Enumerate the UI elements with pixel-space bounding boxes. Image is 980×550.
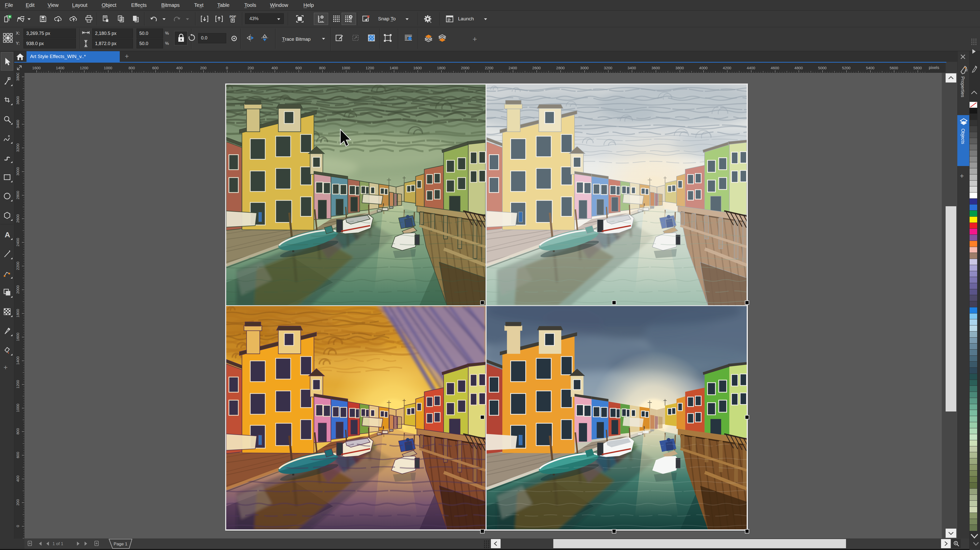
svg-text:400: 400 <box>16 475 20 482</box>
svg-text:3200: 3200 <box>16 143 20 152</box>
svg-text:1600: 1600 <box>16 332 20 341</box>
svg-text:2600: 2600 <box>532 66 541 70</box>
svg-text:1800: 1800 <box>16 309 20 317</box>
svg-text:4800: 4800 <box>794 66 803 70</box>
svg-text:2400: 2400 <box>16 238 20 246</box>
svg-text:2800: 2800 <box>16 191 20 199</box>
svg-text:5200: 5200 <box>842 66 850 70</box>
svg-text:400: 400 <box>271 66 278 70</box>
svg-text:200: 200 <box>247 66 254 70</box>
svg-text:1000: 1000 <box>342 66 350 70</box>
svg-text:3200: 3200 <box>604 66 612 70</box>
svg-text:3400: 3400 <box>16 120 20 128</box>
svg-text:5400: 5400 <box>866 66 874 70</box>
svg-text:4200: 4200 <box>723 66 731 70</box>
svg-text:3600: 3600 <box>651 66 660 70</box>
svg-text:800: 800 <box>319 66 325 70</box>
svg-text:600: 600 <box>16 452 20 458</box>
svg-text:800: 800 <box>16 428 20 434</box>
svg-text:1600: 1600 <box>32 66 40 70</box>
svg-text:2200: 2200 <box>16 262 20 270</box>
svg-text:A: A <box>5 230 10 239</box>
svg-text:5600: 5600 <box>889 66 898 70</box>
svg-text:4400: 4400 <box>747 66 755 70</box>
svg-text:2200: 2200 <box>485 66 493 70</box>
svg-text:3000: 3000 <box>580 66 589 70</box>
svg-text:0: 0 <box>16 525 20 527</box>
svg-text:1000: 1000 <box>16 404 20 412</box>
svg-text:1400: 1400 <box>56 66 64 70</box>
svg-text:4600: 4600 <box>771 66 779 70</box>
svg-text:3000: 3000 <box>16 167 20 175</box>
svg-text:2600: 2600 <box>16 214 20 223</box>
svg-text:5800: 5800 <box>913 66 922 70</box>
svg-text:1400: 1400 <box>390 66 398 70</box>
svg-text:5000: 5000 <box>818 66 826 70</box>
svg-text:3800: 3800 <box>675 66 684 70</box>
svg-text:2400: 2400 <box>509 66 517 70</box>
svg-text:0: 0 <box>226 66 228 70</box>
svg-text:1200: 1200 <box>366 66 374 70</box>
svg-text:1200: 1200 <box>80 66 88 70</box>
svg-text:600: 600 <box>295 66 302 70</box>
svg-text:2000: 2000 <box>16 285 20 294</box>
svg-text:1400: 1400 <box>16 356 20 365</box>
svg-text:4000: 4000 <box>699 66 708 70</box>
svg-text:3600: 3600 <box>16 96 20 104</box>
svg-text:1000: 1000 <box>104 66 112 70</box>
svg-text:200: 200 <box>200 66 206 70</box>
svg-text:400: 400 <box>176 66 182 70</box>
svg-text:3800: 3800 <box>16 73 20 81</box>
svg-text:Page 1: Page 1 <box>114 542 127 547</box>
svg-text:3400: 3400 <box>627 66 636 70</box>
svg-text:2000: 2000 <box>461 66 469 70</box>
svg-text:2800: 2800 <box>556 66 565 70</box>
svg-text:800: 800 <box>128 66 135 70</box>
svg-text:1200: 1200 <box>16 380 20 388</box>
svg-text:1800: 1800 <box>437 66 445 70</box>
svg-text:600: 600 <box>152 66 158 70</box>
svg-text:PDF: PDF <box>229 15 236 19</box>
svg-text:200: 200 <box>16 499 20 505</box>
svg-text:1600: 1600 <box>413 66 422 70</box>
